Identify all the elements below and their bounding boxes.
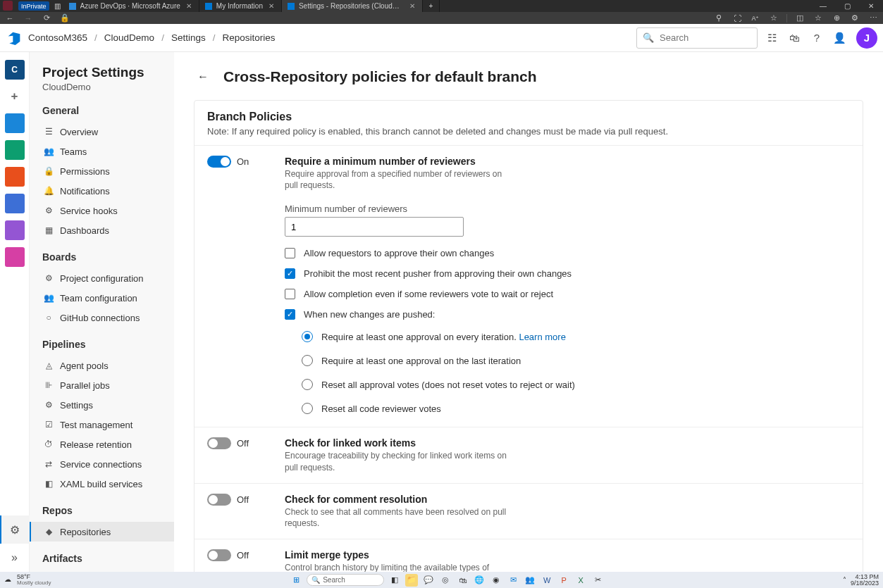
github-icon: ○	[44, 313, 54, 323]
taskbar-excel[interactable]: X	[574, 574, 587, 587]
policy-desc: Check to see that all comments have been…	[285, 506, 517, 529]
nav-agent-pools[interactable]: ◬Agent pools	[42, 356, 174, 375]
profile-avatar-small[interactable]	[3, 1, 13, 11]
nav-test-mgmt[interactable]: ☑Test management	[42, 415, 174, 434]
tray-chevron-up-icon[interactable]: ˄	[843, 576, 846, 584]
close-icon[interactable]: ✕	[185, 2, 193, 10]
teams-icon: 👥	[44, 146, 54, 156]
radio-reset-approval[interactable]: Reset all approval votes (does not reset…	[302, 379, 850, 390]
split-screen-icon[interactable]: ◫	[794, 13, 805, 23]
rail-project[interactable]: C	[5, 60, 25, 80]
nav-pipeline-settings[interactable]: ⚙Settings	[42, 395, 174, 415]
radio-last-iteration[interactable]: Require at least one approval on the las…	[302, 355, 850, 366]
browser-tools-icon[interactable]: ⚙	[849, 13, 860, 23]
nav-forward[interactable]: →	[23, 14, 34, 23]
radio-reset-all[interactable]: Reset all code reviewer votes	[302, 403, 850, 414]
nav-xaml-build[interactable]: ◧XAML build services	[42, 474, 174, 494]
close-icon[interactable]: ✕	[267, 2, 276, 10]
window-minimize[interactable]: —	[811, 0, 835, 12]
user-settings-icon[interactable]: 👤	[831, 30, 848, 46]
taskbar-task-view[interactable]: ◧	[388, 574, 401, 587]
taskbar-outlook[interactable]: ✉	[507, 574, 519, 587]
taskbar-edge[interactable]: 🌐	[473, 574, 486, 587]
taskbar-chrome[interactable]: ◉	[490, 574, 502, 587]
check-prohibit-pusher[interactable]: ✓Prohibit the most recent pusher from ap…	[285, 268, 850, 279]
favorites-bar-icon[interactable]: ☆	[813, 13, 824, 23]
nav-service-hooks[interactable]: ⚙Service hooks	[42, 201, 174, 220]
taskbar-teams[interactable]: 👥	[524, 574, 536, 587]
toggle-comment-res[interactable]	[207, 494, 231, 506]
new-tab-button[interactable]: +	[423, 0, 440, 12]
nav-teams[interactable]: 👥Teams	[42, 142, 174, 161]
window-close[interactable]: ✕	[859, 0, 883, 12]
nav-release-retention[interactable]: ⏱Release retention	[42, 434, 174, 454]
check-allow-requestors[interactable]: Allow requestors to approve their own ch…	[285, 248, 850, 258]
window-maximize[interactable]: ▢	[835, 0, 859, 12]
tab-actions-icon[interactable]: ▥	[52, 0, 63, 12]
check-allow-completion[interactable]: Allow completion even if some reviewers …	[285, 289, 850, 299]
nav-permissions[interactable]: 🔒Permissions	[42, 161, 174, 181]
azure-devops-logo[interactable]	[6, 30, 23, 46]
search-input[interactable]: 🔍 Search	[636, 27, 758, 49]
more-icon[interactable]: ⋯	[867, 13, 879, 23]
rail-project-settings[interactable]: ⚙	[0, 515, 30, 544]
nav-overview[interactable]: ☰Overview	[42, 122, 174, 142]
rail-pipelines[interactable]	[5, 194, 25, 213]
nav-service-connections[interactable]: ⇄Service connections	[42, 454, 174, 474]
nav-github-connections[interactable]: ○GitHub connections	[42, 308, 174, 327]
close-icon[interactable]: ✕	[408, 2, 416, 10]
taskbar-search[interactable]: 🔍Search	[307, 574, 384, 586]
toggle-linked-items[interactable]	[207, 437, 231, 449]
rail-repos[interactable]	[5, 167, 25, 187]
toggle-merge-types[interactable]	[207, 549, 231, 561]
radio-every-iteration[interactable]: Require at least one approval on every i…	[302, 331, 850, 342]
rail-artifacts[interactable]	[5, 247, 25, 267]
nav-refresh[interactable]: ⟳	[41, 13, 52, 23]
marketplace-icon[interactable]: 🛍	[786, 30, 803, 46]
breadcrumb-org[interactable]: ContosoM365	[28, 32, 87, 43]
rail-add[interactable]: +	[5, 87, 25, 106]
shopping-icon[interactable]: ⛶	[731, 14, 743, 23]
start-button[interactable]: ⊞	[290, 574, 302, 587]
taskbar-clock[interactable]: 4:13 PM 9/18/2023	[851, 574, 879, 587]
nav-parallel-jobs[interactable]: ⊪Parallel jobs	[42, 375, 174, 395]
back-button[interactable]: ←	[194, 68, 212, 86]
nav-project-config[interactable]: ⚙Project configuration	[42, 268, 174, 288]
rail-testplans[interactable]	[5, 220, 25, 240]
site-info-icon[interactable]: 🔒	[59, 13, 70, 23]
browser-tab-2[interactable]: Settings - Repositories (CloudD… ✕	[282, 0, 423, 12]
toggle-min-reviewers[interactable]	[207, 156, 231, 168]
taskbar-explorer[interactable]: 📁	[405, 574, 418, 587]
learn-more-link[interactable]: Learn more	[519, 332, 565, 342]
taskbar-powerpoint[interactable]: P	[557, 574, 570, 587]
taskbar-word[interactable]: W	[541, 574, 553, 587]
rail-overview[interactable]	[5, 113, 25, 133]
read-aloud-icon[interactable]: ⚲	[713, 13, 724, 23]
browser-tab-0[interactable]: Azure DevOps · Microsoft Azure ✕	[63, 0, 199, 12]
text-size-icon[interactable]: A⁺	[750, 15, 761, 22]
taskbar-weather[interactable]: ☁ 58°F Mostly cloudy	[0, 574, 55, 586]
favorite-icon[interactable]: ☆	[768, 13, 779, 23]
app-root: ContosoM365 / CloudDemo / Settings / Rep…	[0, 24, 883, 572]
nav-repositories[interactable]: ◆Repositories	[30, 522, 174, 542]
avatar[interactable]: J	[856, 27, 877, 49]
work-items-icon[interactable]: ☷	[763, 30, 780, 46]
nav-back[interactable]: ←	[4, 14, 16, 23]
min-reviewers-input[interactable]	[285, 217, 464, 237]
nav-team-config[interactable]: 👥Team configuration	[42, 288, 174, 308]
breadcrumb-repos[interactable]: Repositories	[222, 32, 275, 43]
check-new-changes[interactable]: ✓When new changes are pushed:	[285, 309, 850, 320]
help-icon[interactable]: ?	[808, 30, 825, 46]
taskbar-snip[interactable]: ✂	[591, 574, 604, 587]
nav-dashboards[interactable]: ▦Dashboards	[42, 220, 174, 240]
rail-boards[interactable]	[5, 140, 25, 160]
breadcrumb-settings[interactable]: Settings	[171, 32, 206, 43]
rail-expand[interactable]: »	[0, 544, 30, 572]
taskbar-store[interactable]: 🛍	[456, 574, 469, 587]
nav-notifications[interactable]: 🔔Notifications	[42, 181, 174, 201]
taskbar-copilot[interactable]: ◎	[439, 574, 452, 587]
collections-icon[interactable]: ⊕	[831, 13, 842, 23]
breadcrumb-project[interactable]: CloudDemo	[104, 32, 154, 43]
taskbar-chat[interactable]: 💬	[422, 574, 435, 587]
browser-tab-1[interactable]: My Information ✕	[199, 0, 282, 12]
